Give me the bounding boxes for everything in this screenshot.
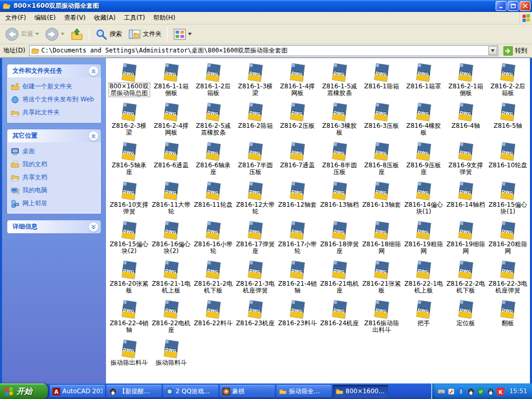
file-item[interactable]: DWGZ816-20粗筛网	[487, 219, 529, 258]
file-item[interactable]: DWGZ816-12大带轮	[234, 179, 276, 219]
file-item[interactable]: DWGZ816-17弹簧座	[234, 219, 276, 258]
file-item[interactable]: DWGZ816-8半圆压板	[318, 140, 361, 179]
file-item[interactable]: DWGZ816-8压板座	[361, 140, 403, 179]
task-link[interactable]: 创建一个新文件夹	[11, 83, 97, 91]
menu-item-4[interactable]: 工具(T)	[119, 11, 149, 24]
task-link[interactable]: 共享文档	[11, 174, 97, 182]
file-item[interactable]: DWGZ816-2-3横梁	[108, 100, 150, 140]
chevron-down-icon[interactable]	[89, 222, 98, 232]
forward-dropdown-icon[interactable]	[61, 33, 64, 35]
file-item[interactable]: DWGZ816-1-3横梁	[234, 61, 276, 100]
menu-item-1[interactable]: 编辑(E)	[30, 11, 60, 24]
task-link[interactable]: 我的文档	[11, 161, 97, 169]
chevron-up-icon[interactable]	[89, 131, 98, 141]
file-item[interactable]: DWG定位板	[445, 298, 487, 337]
taskbar-task-4[interactable]: 振动筛全...	[276, 385, 331, 397]
file-item[interactable]: DWGZ816-16小带轮	[192, 219, 234, 258]
task-link[interactable]: 我的电脑	[11, 187, 97, 195]
file-item[interactable]: DWGZ816-13轴档	[318, 179, 361, 219]
file-item[interactable]: DWGZ816-14轴档	[445, 179, 487, 219]
file-item[interactable]: DWGZ816-6轴承座	[192, 140, 234, 179]
search-button[interactable]: 搜索	[93, 26, 124, 42]
file-item[interactable]: DWGZ816-21-2电机下板	[192, 258, 234, 298]
file-item[interactable]: DWGZ816-14偏心块(1)	[403, 179, 445, 219]
file-item[interactable]: DWGZ816-4橡胶板	[403, 100, 445, 140]
file-item[interactable]: DWGZ816-23料斗	[276, 298, 318, 337]
file-item[interactable]: DWGZ816-21-4销轴	[276, 258, 318, 298]
taskbar-task-3[interactable]: 象棋	[220, 385, 275, 397]
file-item[interactable]: DWGZ816-15偏心块(1)	[487, 179, 529, 219]
kmplayer-icon[interactable]: K	[497, 388, 504, 395]
qq-icon[interactable]	[467, 388, 475, 395]
file-item[interactable]: DWGZ816-2-1箱侧板	[445, 61, 487, 100]
file-item[interactable]: DWGZ816-18弹簧座	[318, 219, 361, 258]
file-item[interactable]: DWGZ816-7通盖	[276, 140, 318, 179]
file-item[interactable]: DWGZ816-18细筛网	[361, 219, 403, 258]
file-item[interactable]: DWGZ816-2-2后箱板	[487, 61, 529, 100]
file-item[interactable]: DWGZ816-21张紧板	[361, 258, 403, 298]
file-item[interactable]: DWGZ816-2-4撑网板	[150, 100, 192, 140]
task-link[interactable]: 将这个文件夹发布到 Web	[11, 96, 97, 104]
task-link[interactable]: 共享此文件夹	[11, 109, 97, 117]
back-dropdown-icon[interactable]	[35, 33, 39, 35]
taskbar-task-5[interactable]: 800×1600...	[333, 385, 388, 397]
file-item[interactable]: DWGZ816-15偏心块(2)	[108, 219, 150, 258]
file-item[interactable]: DWGZ816-22-1电机上板	[403, 258, 445, 298]
taskbar-task-1[interactable]: 【新提醒...	[107, 385, 162, 397]
file-item[interactable]: DWGZ816-5轴承座	[108, 140, 150, 179]
file-item[interactable]: DWGZ816-1箱罩	[403, 61, 445, 100]
file-item[interactable]: DWGZ816-9压板座	[403, 140, 445, 179]
file-item[interactable]: DWGZ816振动筛出料斗	[361, 298, 403, 337]
file-item[interactable]: DWG800×1600双层振动筛总图	[108, 61, 150, 100]
file-item[interactable]: DWGZ816-10轮盘	[487, 140, 529, 179]
file-item[interactable]: DWGZ816-2-5减震橡胶条	[192, 100, 234, 140]
qq-icon-2[interactable]	[487, 388, 495, 395]
file-item[interactable]: DWGZ816-10支撑弹簧	[108, 179, 150, 219]
antivirus-icon[interactable]	[477, 388, 485, 395]
task-panel-header-2[interactable]: 详细信息	[7, 220, 101, 233]
task-panel-header-1[interactable]: 其它位置	[7, 129, 101, 142]
file-item[interactable]: DWGZ816-16偏心块(2)	[150, 219, 192, 258]
file-item[interactable]: DWGZ816-1-4撑网板	[276, 61, 318, 100]
file-item[interactable]: DWGZ816-22-4销轴	[108, 298, 150, 337]
file-item[interactable]: DWGZ816-1-2后箱板	[192, 61, 234, 100]
menu-item-2[interactable]: 查看(V)	[60, 11, 90, 24]
file-item[interactable]: DWGZ816-24机座	[318, 298, 361, 337]
views-button[interactable]	[171, 26, 194, 42]
up-button[interactable]	[69, 26, 85, 42]
file-item[interactable]: DWGZ816-1筛箱	[361, 61, 403, 100]
menu-item-5[interactable]: 帮助(H)	[149, 11, 179, 24]
file-item[interactable]: DWGZ816-19细筛网	[445, 219, 487, 258]
file-item[interactable]: DWGZ816-20张紧板	[108, 258, 150, 298]
file-item[interactable]: DWGZ816-1-1箱侧板	[150, 61, 192, 100]
file-item[interactable]: DWGZ816-21电机座	[318, 258, 361, 298]
file-item[interactable]: DWGZ816-11大带轮	[150, 179, 192, 219]
file-item[interactable]: DWGZ816-22-3电机座弹簧	[487, 258, 529, 298]
file-item[interactable]: DWGZ816-21-3电机座弹簧	[234, 258, 276, 298]
file-item[interactable]: DWGZ816-3橡胶板	[318, 100, 361, 140]
task-link[interactable]: 网上邻居	[11, 200, 97, 208]
minimize-button[interactable]	[496, 1, 507, 11]
address-path[interactable]: C:\Documents and Settings\Administrator\…	[42, 46, 486, 55]
file-item[interactable]: DWGZ816-7半圆压板	[234, 140, 276, 179]
folders-button[interactable]: 文件夹	[126, 26, 164, 42]
menu-item-0[interactable]: 文件(F)	[1, 11, 30, 24]
file-item[interactable]: DWG振动筛料斗	[150, 337, 192, 370]
address-dropdown-button[interactable]	[488, 46, 497, 55]
file-item[interactable]: DWGZ816-22电机座	[150, 298, 192, 337]
file-item[interactable]: DWGZ816-9支撑弹簧	[445, 140, 487, 179]
file-item[interactable]: DWGZ816-6通盖	[150, 140, 192, 179]
taskbar-task-2[interactable]: 2 QQ游戏...	[163, 385, 218, 397]
file-item[interactable]: DWGZ816-12轴套	[276, 179, 318, 219]
file-item[interactable]: DWGZ816-21-1电机上板	[150, 258, 192, 298]
file-item[interactable]: DWGZ816-2压板	[276, 100, 318, 140]
close-button[interactable]	[520, 1, 530, 11]
file-item[interactable]: DWGZ816-4轴	[445, 100, 487, 140]
file-item[interactable]: DWGZ816-3压板	[361, 100, 403, 140]
update-icon[interactable]	[457, 388, 465, 395]
keyboard-icon[interactable]	[437, 388, 445, 395]
file-item[interactable]: DWG翻板	[487, 298, 529, 337]
file-item[interactable]: DWGZ816-23机座	[234, 298, 276, 337]
pen-icon[interactable]	[447, 388, 455, 395]
go-button[interactable]: 转到	[502, 45, 529, 57]
